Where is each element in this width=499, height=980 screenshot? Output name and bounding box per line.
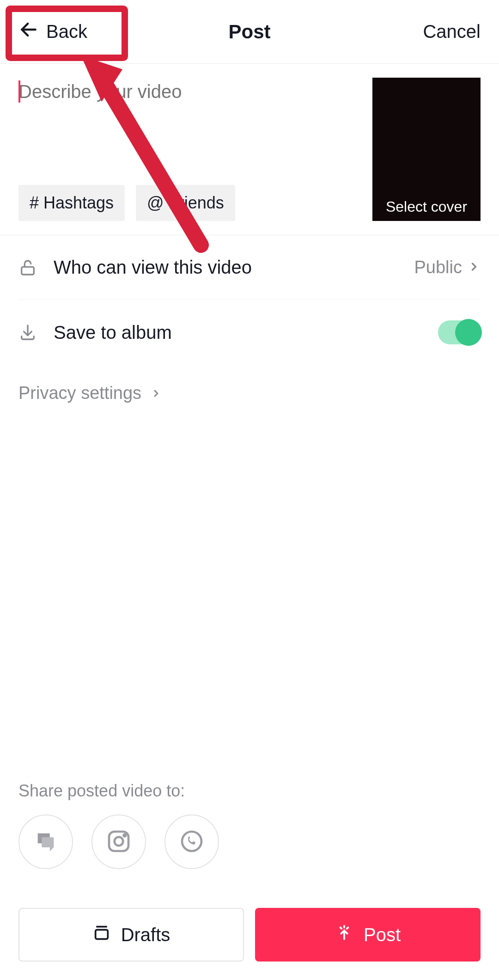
- back-button[interactable]: Back: [18, 19, 87, 44]
- post-icon: [335, 924, 353, 946]
- svg-rect-1: [22, 267, 34, 275]
- chat-icon: [34, 829, 58, 855]
- download-icon: [18, 323, 37, 342]
- toggle-knob: [455, 319, 482, 346]
- svg-rect-7: [95, 930, 108, 939]
- instagram-icon: [106, 828, 132, 856]
- svg-point-3: [115, 837, 123, 845]
- chevron-right-icon: [468, 260, 481, 275]
- settings-list: Who can view this video Public Save to a…: [0, 235, 499, 365]
- post-button[interactable]: Post: [255, 908, 481, 962]
- description-wrap: [18, 78, 361, 106]
- svg-point-4: [124, 834, 126, 836]
- whatsapp-icon: [179, 828, 205, 856]
- chip-row: # Hashtags @ Friends: [18, 185, 361, 221]
- post-label: Post: [364, 925, 401, 945]
- drafts-icon: [92, 924, 111, 946]
- page-title: Post: [228, 21, 270, 43]
- share-icons-row: [18, 815, 481, 869]
- header: Back Post Cancel: [0, 0, 499, 64]
- description-input[interactable]: [18, 78, 361, 106]
- lock-open-icon: [18, 258, 37, 277]
- save-album-row: Save to album: [18, 300, 481, 365]
- save-album-toggle[interactable]: [438, 320, 481, 344]
- compose-left: # Hashtags @ Friends: [18, 78, 361, 221]
- share-whatsapp-button[interactable]: [164, 815, 219, 869]
- cover-selector[interactable]: Select cover: [372, 78, 481, 221]
- drafts-label: Drafts: [121, 925, 170, 945]
- compose-area: # Hashtags @ Friends Select cover: [0, 64, 499, 235]
- save-album-label: Save to album: [54, 322, 438, 343]
- text-caret: [18, 80, 20, 103]
- privacy-settings-link[interactable]: Privacy settings: [0, 365, 499, 422]
- cancel-button[interactable]: Cancel: [423, 21, 481, 42]
- svg-line-10: [341, 927, 342, 929]
- chevron-right-icon: [151, 383, 162, 403]
- arrow-left-icon: [18, 19, 39, 44]
- friends-chip[interactable]: @ Friends: [136, 185, 235, 221]
- back-label: Back: [46, 21, 87, 42]
- footer: Drafts Post: [18, 908, 481, 962]
- who-can-view-label: Who can view this video: [54, 257, 414, 278]
- svg-point-5: [182, 832, 201, 851]
- drafts-button[interactable]: Drafts: [18, 908, 244, 962]
- cover-label: Select cover: [372, 198, 481, 215]
- who-can-view-value: Public: [414, 257, 462, 277]
- share-section: Share posted video to:: [18, 781, 481, 869]
- share-label: Share posted video to:: [18, 781, 481, 801]
- who-can-view-row[interactable]: Who can view this video Public: [18, 235, 481, 300]
- privacy-settings-label: Privacy settings: [18, 383, 141, 403]
- share-instagram-button[interactable]: [91, 815, 146, 869]
- share-chat-button[interactable]: [18, 815, 73, 869]
- svg-line-11: [347, 927, 348, 929]
- hashtags-chip[interactable]: # Hashtags: [18, 185, 125, 221]
